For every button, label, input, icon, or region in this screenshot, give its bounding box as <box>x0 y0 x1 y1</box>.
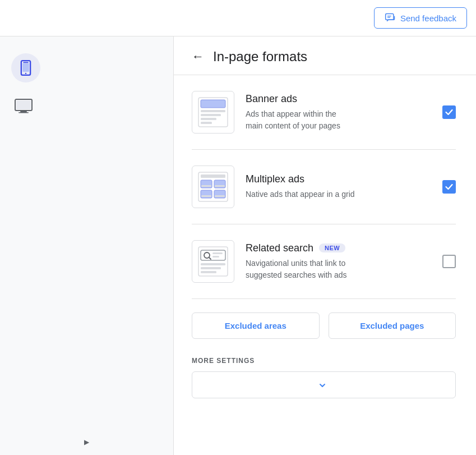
svg-rect-14 <box>201 114 221 116</box>
svg-rect-6 <box>22 63 29 72</box>
svg-rect-8 <box>16 100 31 109</box>
feedback-icon <box>385 12 396 24</box>
banner-ads-checked[interactable] <box>442 105 456 119</box>
page-title: In-page formats <box>213 49 307 65</box>
multiplex-ads-desc: Native ads that appear in a grid <box>246 189 431 200</box>
svg-rect-15 <box>201 118 216 120</box>
svg-rect-33 <box>201 263 225 265</box>
related-search-name: Related search NEW <box>246 242 431 254</box>
excluded-areas-button[interactable]: Excluded areas <box>192 312 320 339</box>
multiplex-ads-checkbox[interactable] <box>442 180 456 194</box>
multiplex-ads-text: Multiplex ads Native ads that appear in … <box>246 173 431 200</box>
format-item-banner-ads: Banner ads Ads that appear within themai… <box>192 75 456 150</box>
related-search-desc: Navigational units that link tosuggested… <box>246 258 431 281</box>
expand-icon <box>318 381 327 390</box>
bottom-buttons: Excluded areas Excluded pages <box>174 299 474 352</box>
svg-rect-0 <box>386 14 394 20</box>
desktop-device-icon[interactable] <box>11 94 36 118</box>
checkmark-icon <box>445 184 453 190</box>
desktop-icon <box>14 98 33 114</box>
excluded-pages-button[interactable]: Excluded pages <box>329 312 456 339</box>
svg-rect-32 <box>212 256 219 258</box>
multiplex-ads-checked[interactable] <box>442 180 456 194</box>
scroll-area[interactable]: Banner ads Ads that appear within themai… <box>174 75 476 455</box>
svg-rect-35 <box>201 271 216 273</box>
related-search-text: Related search NEW Navigational units th… <box>246 242 431 281</box>
content-panel: ← In-page formats <box>174 36 476 455</box>
mobile-icon <box>18 60 34 76</box>
related-search-checkbox[interactable] <box>442 255 456 268</box>
page-title-bar: ← In-page formats <box>174 36 476 75</box>
more-settings-label: MORE SETTINGS <box>192 357 456 365</box>
sidebar-bottom-arrow: ▶ <box>84 438 89 446</box>
svg-rect-24 <box>215 185 225 187</box>
format-list: Banner ads Ads that appear within themai… <box>174 75 474 299</box>
format-item-related-search: Related search NEW Navigational units th… <box>192 224 456 299</box>
svg-rect-34 <box>201 267 221 269</box>
banner-ads-checkbox[interactable] <box>442 105 456 119</box>
svg-rect-10 <box>19 112 29 113</box>
svg-rect-16 <box>201 122 212 124</box>
format-item-multiplex-ads: Multiplex ads Native ads that appear in … <box>192 150 456 224</box>
banner-ads-icon-box <box>192 91 234 134</box>
multiplex-ads-icon-box <box>192 166 234 208</box>
mobile-device-icon[interactable] <box>11 53 40 82</box>
more-settings-button[interactable] <box>192 371 456 398</box>
multiplex-ads-icon <box>196 170 230 204</box>
related-search-icon-box <box>192 240 234 283</box>
checkmark-icon <box>445 109 453 115</box>
svg-rect-25 <box>201 195 211 197</box>
svg-rect-12 <box>201 100 225 108</box>
send-feedback-label: Send feedback <box>400 13 456 23</box>
svg-rect-4 <box>23 62 28 63</box>
multiplex-ads-name: Multiplex ads <box>246 173 431 185</box>
svg-rect-9 <box>20 111 27 112</box>
banner-ads-name: Banner ads <box>246 93 431 105</box>
banner-ads-icon <box>196 95 230 129</box>
svg-rect-26 <box>215 195 225 197</box>
svg-rect-18 <box>201 174 225 178</box>
sidebar: ▶ <box>0 36 174 455</box>
send-feedback-button[interactable]: Send feedback <box>374 7 467 29</box>
related-search-icon <box>196 245 230 278</box>
main-layout: ▶ ← In-page formats <box>0 36 476 455</box>
new-badge: NEW <box>319 243 345 252</box>
svg-rect-23 <box>201 185 211 187</box>
svg-rect-13 <box>201 110 225 112</box>
back-button[interactable]: ← <box>192 49 204 64</box>
header: Send feedback <box>0 0 476 36</box>
svg-point-5 <box>25 73 26 74</box>
more-settings-section: MORE SETTINGS <box>174 352 474 407</box>
banner-ads-text: Banner ads Ads that appear within themai… <box>246 93 431 132</box>
banner-ads-desc: Ads that appear within themain content o… <box>246 108 431 132</box>
svg-rect-31 <box>212 252 223 254</box>
related-search-unchecked[interactable] <box>442 255 456 268</box>
